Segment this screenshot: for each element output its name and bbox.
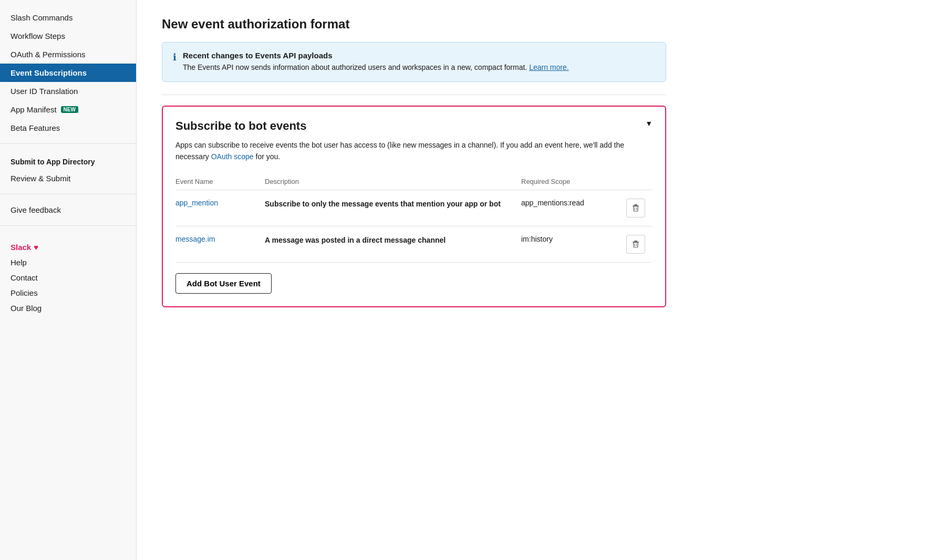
delete-event-button-1[interactable] [626,235,645,254]
sidebar: Slash Commands Workflow Steps OAuth & Pe… [0,0,137,560]
sidebar-item-label: Review & Submit [11,174,70,183]
collapse-arrow-icon[interactable]: ▼ [645,119,653,128]
info-banner-content: Recent changes to Events API payloads Th… [183,51,569,73]
event-scope-0: app_mentions:read [521,199,584,207]
sidebar-divider-3 [0,225,136,226]
sidebar-item-label: Slash Commands [11,13,73,22]
sidebar-footer-contact[interactable]: Contact [0,270,136,285]
info-icon: ℹ [173,51,177,73]
new-badge: NEW [61,106,78,113]
add-bot-user-event-button[interactable]: Add Bot User Event [175,273,272,294]
sidebar-footer-policies[interactable]: Policies [0,285,136,300]
event-name-link-1[interactable]: message.im [175,235,215,243]
learn-more-link[interactable]: Learn more. [529,63,568,71]
sidebar-item-label: Event Subscriptions [11,68,87,77]
sidebar-item-beta-features[interactable]: Beta Features [0,119,136,137]
trash-icon [632,204,640,212]
sidebar-item-label: OAuth & Permissions [11,50,86,59]
bot-events-title: Subscribe to bot events [175,119,306,133]
info-banner-title: Recent changes to Events API payloads [183,51,569,60]
svg-rect-4 [634,241,637,242]
sidebar-item-workflow-steps[interactable]: Workflow Steps [0,27,136,45]
sidebar-divider-1 [0,143,136,144]
submit-section-header: Submit to App Directory [0,150,136,169]
bot-events-header: Subscribe to bot events ▼ [175,119,653,133]
event-description-1: A message was posted in a direct message… [265,236,446,244]
sidebar-item-event-subscriptions[interactable]: Event Subscriptions [0,64,136,82]
page-title: New event authorization format [162,17,927,32]
sidebar-item-review-submit[interactable]: Review & Submit [0,169,136,188]
main-content: New event authorization format ℹ Recent … [137,0,952,560]
col-header-description: Description [265,173,521,190]
sidebar-footer-blog[interactable]: Our Blog [0,300,136,316]
table-row: app_mention Subscribe to only the messag… [175,190,653,226]
sidebar-item-label: Beta Features [11,123,60,132]
events-table: Event Name Description Required Scope ap… [175,173,653,263]
svg-rect-0 [634,204,637,205]
sidebar-item-label: User ID Translation [11,87,78,96]
sidebar-divider-2 [0,194,136,194]
sidebar-footer-help[interactable]: Help [0,255,136,270]
sidebar-item-label: App Manifest [11,105,57,114]
event-scope-1: im:history [521,235,553,243]
sidebar-item-slash-commands[interactable]: Slash Commands [0,8,136,27]
section-divider [162,95,666,95]
heart-icon: ♥ [34,243,38,252]
sidebar-item-user-id-translation[interactable]: User ID Translation [0,82,136,100]
sidebar-item-label: Workflow Steps [11,32,65,40]
slack-love: Slack ♥ [0,232,136,255]
event-name-link-0[interactable]: app_mention [175,199,218,207]
svg-rect-5 [633,242,639,243]
trash-icon [632,240,640,248]
col-header-event-name: Event Name [175,173,265,190]
slack-label: Slack [11,243,31,252]
col-header-action [626,173,653,190]
col-header-required-scope: Required Scope [521,173,626,190]
oauth-scope-link[interactable]: OAuth scope [211,152,254,161]
sidebar-item-oauth-permissions[interactable]: OAuth & Permissions [0,45,136,64]
event-description-0: Subscribe to only the message events tha… [265,200,501,208]
delete-event-button-0[interactable] [626,199,645,217]
svg-rect-1 [633,205,639,206]
sidebar-item-label: Give feedback [11,205,61,214]
bot-events-description: Apps can subscribe to receive events the… [175,139,653,163]
sidebar-item-give-feedback[interactable]: Give feedback [0,201,136,219]
table-row: message.im A message was posted in a dir… [175,226,653,262]
table-header-row: Event Name Description Required Scope [175,173,653,190]
bot-events-card: Subscribe to bot events ▼ Apps can subsc… [162,106,666,307]
info-banner: ℹ Recent changes to Events API payloads … [162,42,666,82]
info-banner-text: The Events API now sends information abo… [183,62,569,73]
sidebar-item-app-manifest[interactable]: App Manifest NEW [0,100,136,119]
